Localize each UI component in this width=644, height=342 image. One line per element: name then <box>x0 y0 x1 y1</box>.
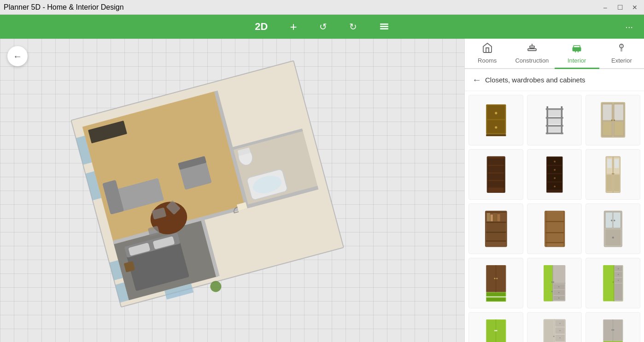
layers-button[interactable] <box>375 20 393 34</box>
tab-construction[interactable]: Construction <box>509 39 554 69</box>
svg-point-68 <box>613 119 615 121</box>
title-bar-controls: – ☐ ✕ <box>600 2 640 13</box>
item-wardrobe-green-black[interactable] <box>468 312 523 342</box>
tabs-bar: Rooms Construction Interior Exterior <box>465 39 644 69</box>
close-button[interactable]: ✕ <box>629 2 640 13</box>
item-wardrobe-green-grey3[interactable] <box>585 312 640 342</box>
svg-rect-92 <box>614 175 620 191</box>
svg-rect-132 <box>486 298 505 301</box>
item-tall-bookcase-dark[interactable] <box>468 149 523 200</box>
rooms-icon <box>482 42 493 56</box>
svg-rect-70 <box>487 158 504 165</box>
svg-rect-54 <box>545 117 563 118</box>
more-button[interactable]: ··· <box>621 20 637 34</box>
svg-rect-0 <box>380 28 388 29</box>
svg-rect-161 <box>496 320 505 342</box>
exterior-icon <box>616 42 627 56</box>
tab-interior[interactable]: Interior <box>555 39 599 69</box>
svg-rect-91 <box>606 175 612 191</box>
svg-rect-50 <box>486 134 506 136</box>
svg-rect-73 <box>487 181 504 187</box>
svg-point-122 <box>612 237 614 238</box>
svg-point-163 <box>496 330 497 331</box>
item-bookcase-open[interactable] <box>468 203 523 254</box>
canvas-area[interactable]: ← <box>0 39 464 342</box>
item-glass-cabinet[interactable] <box>585 95 640 145</box>
svg-rect-184 <box>603 320 612 340</box>
svg-rect-53 <box>545 108 563 110</box>
svg-point-179 <box>559 337 560 338</box>
tab-exterior[interactable]: Exterior <box>599 39 644 69</box>
svg-point-93 <box>612 173 613 174</box>
svg-rect-57 <box>547 110 562 116</box>
item-bookcase-open2[interactable] <box>527 203 582 254</box>
svg-point-138 <box>553 281 554 283</box>
item-tall-bookcase-dark2[interactable] <box>527 149 582 200</box>
construction-icon <box>527 42 538 56</box>
svg-rect-66 <box>614 122 623 135</box>
breadcrumb-back-button[interactable]: ← <box>472 75 481 85</box>
redo-button[interactable]: ↻ <box>345 19 361 34</box>
undo-button[interactable]: ↺ <box>316 19 331 34</box>
svg-point-139 <box>551 290 552 292</box>
title-bar-title: Planner 5D - Home & Interior Design <box>4 3 124 12</box>
toolbar: 2D + ↺ ↻ ··· <box>0 15 644 39</box>
svg-rect-36 <box>528 49 536 51</box>
add-button[interactable]: + <box>286 18 300 36</box>
svg-rect-98 <box>486 232 506 233</box>
svg-rect-112 <box>547 212 562 220</box>
svg-point-49 <box>495 126 497 128</box>
svg-rect-37 <box>530 46 534 48</box>
svg-point-178 <box>559 330 560 331</box>
title-bar: Planner 5D - Home & Interior Design – ☐ … <box>0 0 644 15</box>
svg-rect-55 <box>545 125 563 126</box>
item-wardrobe-green-grey2[interactable] <box>585 258 640 308</box>
svg-rect-103 <box>497 214 500 221</box>
svg-point-154 <box>618 274 619 275</box>
svg-point-144 <box>558 292 559 293</box>
svg-rect-59 <box>547 127 562 132</box>
svg-rect-41 <box>575 51 576 52</box>
svg-rect-63 <box>603 104 612 120</box>
tab-rooms[interactable]: Rooms <box>465 39 509 69</box>
back-button[interactable]: ← <box>7 46 28 66</box>
svg-rect-2 <box>380 23 388 25</box>
svg-point-67 <box>611 119 612 121</box>
item-cabinet-glass-door[interactable] <box>585 203 640 254</box>
svg-rect-113 <box>547 222 562 232</box>
svg-rect-90 <box>615 159 619 168</box>
svg-rect-89 <box>607 159 611 168</box>
svg-rect-58 <box>547 119 562 124</box>
svg-rect-101 <box>490 214 492 221</box>
minimize-button[interactable]: – <box>600 2 611 13</box>
item-small-cabinet[interactable] <box>468 95 523 145</box>
svg-rect-107 <box>545 211 547 247</box>
item-metal-shelf[interactable] <box>527 95 582 145</box>
main-content: ← <box>0 39 644 342</box>
svg-rect-171 <box>544 320 554 342</box>
svg-point-177 <box>559 323 560 324</box>
item-wardrobe-green-grey[interactable] <box>527 258 582 308</box>
tab-construction-label: Construction <box>515 57 549 64</box>
svg-rect-74 <box>487 158 488 193</box>
svg-rect-131 <box>486 293 505 296</box>
svg-rect-38 <box>532 44 533 46</box>
svg-rect-65 <box>603 122 612 135</box>
svg-point-84 <box>554 185 556 187</box>
maximize-button[interactable]: ☐ <box>615 2 626 13</box>
svg-point-187 <box>613 329 614 330</box>
item-tall-beige-cabinet[interactable] <box>585 149 640 200</box>
svg-rect-44 <box>621 48 622 52</box>
svg-rect-109 <box>545 221 564 222</box>
svg-point-162 <box>494 330 496 331</box>
svg-rect-97 <box>486 221 506 223</box>
svg-point-137 <box>551 281 552 283</box>
tab-exterior-label: Exterior <box>611 57 632 64</box>
svg-point-48 <box>495 112 497 114</box>
svg-rect-108 <box>563 211 564 247</box>
right-panel: Rooms Construction Interior Exterior <box>464 39 644 342</box>
breadcrumb: ← Closets, wardrobes and cabinets <box>465 69 644 91</box>
item-wardrobe-green-brown[interactable] <box>468 258 523 308</box>
view-2d-button[interactable]: 2D <box>251 19 271 35</box>
item-wardrobe-grey-drawers[interactable] <box>527 312 582 342</box>
